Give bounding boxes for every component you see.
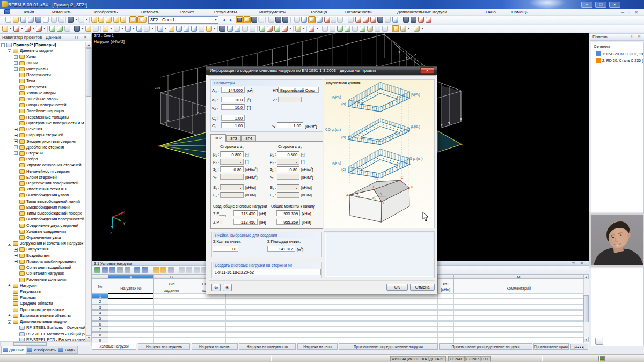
svg-text:Z: Z [110,231,113,235]
svg-text:ЗГ2 : Снег1: ЗГ2 : Снег1 [94,34,114,38]
svg-text:0.93: 0.93 [155,86,160,90]
svg-text:Y: Y [123,221,126,225]
svg-text:X: X [122,211,125,215]
svg-text:Нагрузки [кН/м^2]: Нагрузки [кН/м^2] [94,40,125,44]
